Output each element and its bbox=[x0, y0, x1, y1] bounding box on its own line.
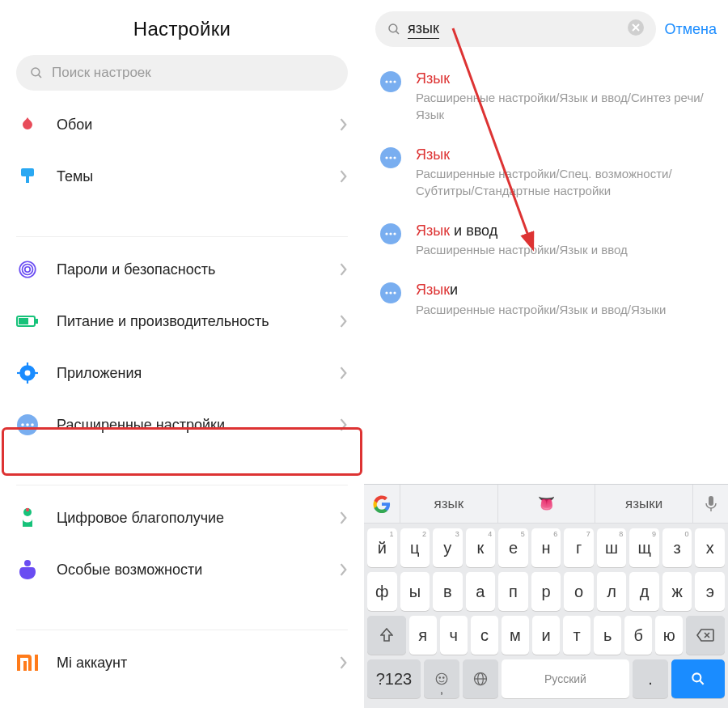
key-letter[interactable]: з0 bbox=[662, 528, 692, 567]
search-result[interactable]: Язык и ввод Расширенные настройки/Язык и… bbox=[364, 210, 728, 270]
mic-icon[interactable] bbox=[692, 485, 728, 523]
settings-item-label: Пароли и безопасность bbox=[57, 260, 340, 279]
wallpaper-icon bbox=[16, 113, 39, 136]
key-letter[interactable]: ш8 bbox=[597, 528, 627, 567]
svg-point-5 bbox=[23, 265, 33, 275]
key-letter[interactable]: ы bbox=[400, 572, 430, 611]
key-letter[interactable]: н6 bbox=[531, 528, 561, 567]
settings-item-label: Особые возможности bbox=[57, 560, 340, 579]
svg-point-35 bbox=[385, 232, 387, 235]
key-letter[interactable]: л bbox=[597, 572, 627, 611]
key-letter[interactable]: а bbox=[466, 572, 496, 611]
key-letter[interactable]: т bbox=[563, 616, 590, 655]
svg-line-1 bbox=[39, 75, 41, 78]
key-letter[interactable]: к4 bbox=[466, 528, 496, 567]
svg-point-0 bbox=[32, 68, 40, 76]
svg-point-19 bbox=[31, 423, 34, 426]
suggestion[interactable]: языки bbox=[595, 485, 692, 523]
settings-item-advanced[interactable]: Расширенные настройки bbox=[0, 399, 364, 451]
svg-rect-8 bbox=[19, 318, 28, 324]
key-letter[interactable]: р bbox=[531, 572, 561, 611]
key-shift[interactable] bbox=[367, 616, 406, 655]
key-letter[interactable]: в bbox=[433, 572, 463, 611]
search-row: язык Отмена bbox=[364, 0, 728, 55]
svg-point-40 bbox=[393, 292, 396, 295]
svg-rect-15 bbox=[35, 372, 38, 374]
settings-item-themes[interactable]: Темы bbox=[0, 151, 364, 202]
cancel-link[interactable]: Отмена bbox=[664, 21, 717, 38]
dots-icon bbox=[380, 71, 401, 92]
settings-item-wallpaper[interactable]: Обои bbox=[0, 99, 364, 151]
key-letter[interactable]: ь bbox=[594, 616, 621, 655]
key-letter[interactable]: г7 bbox=[564, 528, 594, 567]
key-letter[interactable]: о bbox=[564, 572, 594, 611]
key-globe[interactable] bbox=[463, 659, 498, 698]
key-symbols[interactable]: ?123 bbox=[367, 659, 421, 698]
key-letter[interactable]: ф bbox=[367, 572, 397, 611]
key-letter[interactable]: й1 bbox=[367, 528, 397, 567]
key-letter[interactable]: м bbox=[502, 616, 529, 655]
suggestion-emoji[interactable]: 👅 bbox=[497, 485, 595, 523]
search-result[interactable]: Язык Расширенные настройки/Спец. возможн… bbox=[364, 134, 728, 210]
svg-line-50 bbox=[700, 680, 704, 685]
key-letter[interactable]: с bbox=[471, 616, 498, 655]
suggestion[interactable]: язык bbox=[400, 485, 497, 523]
chevron-right-icon bbox=[340, 170, 348, 183]
key-letter[interactable]: х bbox=[695, 528, 725, 567]
key-letter[interactable]: е5 bbox=[498, 528, 528, 567]
key-letter[interactable]: ж bbox=[662, 572, 692, 611]
key-letter[interactable]: и bbox=[532, 616, 560, 655]
search-icon bbox=[29, 66, 44, 80]
divider bbox=[16, 630, 348, 630]
settings-item-accessibility[interactable]: Особые возможности bbox=[0, 544, 364, 596]
keyboard-bottom-row: ?123 , Русский . bbox=[367, 659, 725, 698]
chevron-right-icon bbox=[340, 315, 348, 328]
wellbeing-icon bbox=[16, 507, 39, 529]
key-backspace[interactable] bbox=[686, 616, 725, 655]
key-search[interactable] bbox=[671, 659, 725, 698]
key-letter[interactable]: п bbox=[498, 572, 528, 611]
accessibility-icon bbox=[16, 558, 39, 581]
result-title: Язык bbox=[416, 70, 712, 88]
svg-rect-3 bbox=[26, 176, 29, 183]
chevron-right-icon bbox=[340, 563, 348, 576]
key-letter[interactable]: щ9 bbox=[629, 528, 659, 567]
svg-point-26 bbox=[389, 24, 397, 32]
search-result[interactable]: Язык Расширенные настройки/Язык и ввод/С… bbox=[364, 58, 728, 134]
svg-rect-25 bbox=[35, 655, 38, 671]
dots-icon bbox=[380, 223, 401, 244]
settings-item-apps[interactable]: Приложения bbox=[0, 347, 364, 399]
svg-point-44 bbox=[439, 677, 441, 679]
key-letter[interactable]: ю bbox=[655, 616, 683, 655]
svg-point-18 bbox=[26, 423, 29, 426]
settings-item-security[interactable]: Пароли и безопасность bbox=[0, 244, 364, 295]
svg-rect-41 bbox=[709, 496, 713, 506]
key-space[interactable]: Русский bbox=[502, 659, 629, 698]
key-letter[interactable]: ц2 bbox=[400, 528, 430, 567]
key-letter[interactable]: б bbox=[624, 616, 652, 655]
key-letter[interactable]: д bbox=[629, 572, 659, 611]
search-result[interactable]: Языки Расширенные настройки/Язык и ввод/… bbox=[364, 269, 728, 329]
key-letter[interactable]: у3 bbox=[433, 528, 463, 567]
search-icon bbox=[387, 22, 401, 36]
key-letter[interactable]: ч bbox=[440, 616, 468, 655]
settings-search[interactable]: Поиск настроек bbox=[16, 55, 348, 91]
settings-item-label: Приложения bbox=[57, 363, 340, 383]
settings-item-battery[interactable]: Питание и производительность bbox=[0, 295, 364, 347]
svg-point-29 bbox=[385, 80, 387, 83]
settings-item-wellbeing[interactable]: Цифровое благополучие bbox=[0, 492, 364, 544]
svg-rect-14 bbox=[17, 372, 20, 374]
google-icon[interactable] bbox=[364, 495, 400, 513]
page-title: Настройки bbox=[0, 0, 364, 55]
search-input[interactable]: язык bbox=[375, 11, 656, 47]
key-letter[interactable]: я bbox=[409, 616, 437, 655]
key-emoji[interactable]: , bbox=[424, 659, 459, 698]
clear-icon[interactable] bbox=[627, 19, 645, 40]
key-dot[interactable]: . bbox=[633, 659, 668, 698]
themes-icon bbox=[16, 165, 39, 188]
settings-item-mi-account[interactable]: Mi аккаунт bbox=[0, 637, 364, 689]
key-letter[interactable]: э bbox=[695, 572, 725, 611]
svg-point-21 bbox=[26, 508, 29, 511]
result-title: Язык и ввод bbox=[416, 222, 712, 240]
svg-point-17 bbox=[21, 423, 24, 426]
